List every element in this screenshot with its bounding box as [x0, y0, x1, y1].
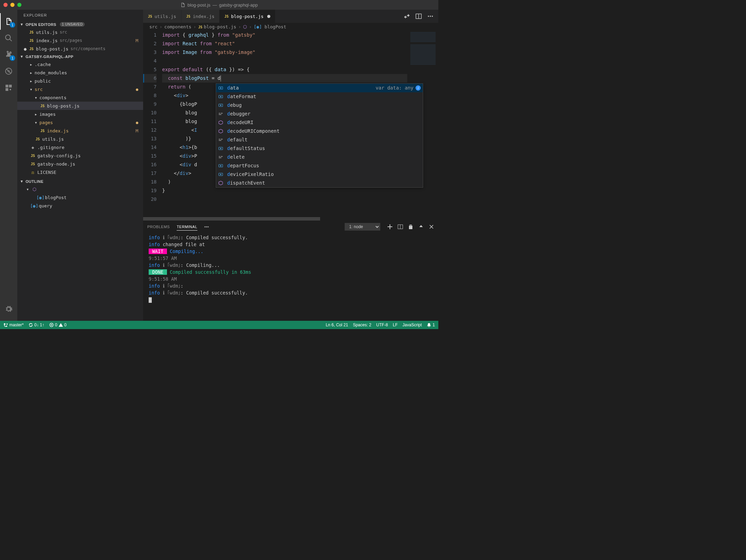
terminal-split-icon[interactable] [398, 224, 403, 230]
breadcrumbs[interactable]: src›components›JSblog-post.js›⬡ ›[◉] blo… [143, 23, 438, 31]
sync-icon [28, 323, 33, 327]
editor-body[interactable]: 1234567891011121314151617181920 import {… [143, 31, 438, 217]
tree-item[interactable]: JSblog-post.js [17, 102, 143, 110]
suggest-item[interactable]: dateFormat [216, 92, 423, 101]
tab-actions [399, 10, 438, 23]
status-branch[interactable]: master* [3, 323, 24, 327]
outline-item[interactable]: [◉]blogPost [17, 193, 143, 202]
activity-explorer[interactable]: 1 [0, 13, 17, 30]
terminal-selector[interactable]: 1: node [345, 223, 380, 231]
compare-icon[interactable] [404, 13, 410, 19]
svg-rect-23 [221, 156, 223, 157]
more-icon[interactable] [427, 13, 433, 19]
breadcrumb-item[interactable]: components [164, 24, 191, 29]
svg-rect-22 [219, 157, 222, 158]
suggest-item[interactable]: defaultStatus [216, 144, 423, 153]
outline-item[interactable]: ▾⬡ [17, 185, 143, 193]
warning-icon [58, 323, 63, 327]
window-close[interactable] [3, 3, 8, 7]
tree-item[interactable]: ▸public [17, 77, 143, 85]
breadcrumb-item[interactable]: [◉] blogPost [254, 24, 286, 29]
suggest-item[interactable]: decodeURI [216, 118, 423, 127]
panel-close-icon[interactable] [429, 224, 434, 230]
panel-tab-more[interactable]: ••• [204, 224, 209, 230]
svg-point-8 [220, 87, 222, 89]
breadcrumb-item[interactable]: JSblog-post.js [198, 24, 236, 29]
panel-tab-terminal[interactable]: TERMINAL [177, 223, 197, 231]
tree-item[interactable]: ◆.gitignore [17, 143, 143, 151]
open-editor-item[interactable]: ●JSblog-post.jssrc/components [17, 45, 143, 53]
svg-rect-21 [219, 156, 220, 157]
line-gutter: 1234567891011121314151617181920 [143, 31, 162, 217]
status-errors[interactable]: 0 0 [49, 323, 66, 327]
breadcrumb-item[interactable]: src [149, 24, 157, 29]
status-eol[interactable]: LF [393, 323, 398, 327]
suggest-item[interactable]: departFocus [216, 161, 423, 170]
titlebar: blog-post.js — gatsby-graphql-app [0, 0, 438, 10]
activity-scm[interactable]: 1 [0, 46, 17, 63]
activity-debug[interactable] [0, 63, 17, 80]
tree-item[interactable]: ▾pages [17, 118, 143, 127]
svg-point-5 [430, 16, 431, 17]
svg-rect-15 [221, 113, 223, 114]
outline-header[interactable]: ▾ OUTLINE [17, 178, 143, 185]
suggest-item[interactable]: dispatchEvent [216, 179, 423, 187]
activity-settings[interactable] [0, 301, 17, 317]
suggest-item[interactable]: decodeURIComponent [216, 127, 423, 136]
open-editor-item[interactable]: JSutils.jssrc [17, 28, 143, 36]
tree-item[interactable]: JSindex.jsM [17, 127, 143, 135]
open-editor-item[interactable]: JSindex.jssrc/pagesM [17, 36, 143, 45]
tree-item[interactable]: JSgatsby-node.js [17, 160, 143, 168]
suggest-item[interactable]: datavar data: any i [216, 84, 423, 92]
file-tree: ▸.cache▸node_modules▸public▾src▾componen… [17, 60, 143, 176]
svg-rect-17 [219, 140, 222, 141]
status-sync[interactable]: 0↓ 1↑ [28, 323, 44, 327]
window-minimize[interactable] [10, 3, 15, 7]
sidebar: EXPLORER ▾ OPEN EDITORS 1 UNSAVED JSutil… [17, 10, 143, 321]
suggest-item[interactable]: devicePixelRatio [216, 170, 423, 179]
tree-item[interactable]: ▾src [17, 85, 143, 93]
suggest-item[interactable]: debugger [216, 110, 423, 118]
project-header[interactable]: ▾ GATSBY-GRAPHQL-APP [17, 53, 143, 60]
suggest-item[interactable]: debug [216, 101, 423, 110]
intellisense-popup[interactable]: datavar data: any idateFormatdebugdebugg… [216, 83, 423, 188]
activity-bar: 1 1 [0, 10, 17, 321]
panel-tab-problems[interactable]: PROBLEMS [147, 223, 170, 230]
tree-item[interactable]: ▸node_modules [17, 68, 143, 77]
tree-item[interactable]: JSgatsby-config.js [17, 151, 143, 160]
activity-extensions[interactable] [0, 80, 17, 96]
terminal-kill-icon[interactable] [408, 224, 413, 230]
tree-item[interactable]: ▾components [17, 93, 143, 102]
panel-tabs: PROBLEMS TERMINAL ••• 1: node [143, 221, 438, 233]
suggest-item[interactable]: delete [216, 153, 423, 161]
terminal-output[interactable]: info ℹ ｢wdm｣: Compiled successfully.info… [143, 233, 438, 321]
breadcrumb-item[interactable]: ⬡ [243, 24, 247, 29]
window-maximize[interactable] [17, 3, 21, 7]
open-editors-header[interactable]: ▾ OPEN EDITORS 1 UNSAVED [17, 21, 143, 28]
tree-item[interactable]: ▸.cache [17, 60, 143, 68]
activity-search[interactable] [0, 30, 17, 46]
explorer-badge: 1 [10, 22, 15, 28]
code-content[interactable]: import { graphql } from "gatsby"import R… [162, 31, 407, 217]
panel-maximize-icon[interactable] [418, 224, 424, 230]
tree-item[interactable]: ▸images [17, 110, 143, 118]
editor-tab[interactable]: JSblog-post.js [220, 10, 276, 23]
file-icon [180, 2, 185, 7]
status-language[interactable]: JavaScript [402, 323, 422, 327]
outline-item[interactable]: [◉]query [17, 202, 143, 210]
tree-item[interactable]: JSutils.js [17, 135, 143, 143]
editor-scrollbar-h[interactable] [143, 217, 438, 221]
editor-tab[interactable]: JSindex.js [181, 10, 220, 23]
split-editor-icon[interactable] [416, 13, 422, 19]
editor-area: JSutils.jsJSindex.jsJSblog-post.js src›c… [143, 10, 438, 321]
error-icon [49, 323, 54, 327]
status-spaces[interactable]: Spaces: 2 [353, 323, 371, 327]
terminal-new-icon[interactable] [387, 224, 393, 230]
suggest-item[interactable]: default [216, 136, 423, 144]
editor-tab[interactable]: JSutils.js [143, 10, 181, 23]
status-cursor[interactable]: Ln 6, Col 21 [326, 323, 348, 327]
status-encoding[interactable]: UTF-8 [376, 323, 388, 327]
svg-point-12 [220, 105, 222, 106]
tree-item[interactable]: ⚖LICENSE [17, 168, 143, 176]
status-notifications[interactable]: 1 [427, 323, 435, 327]
